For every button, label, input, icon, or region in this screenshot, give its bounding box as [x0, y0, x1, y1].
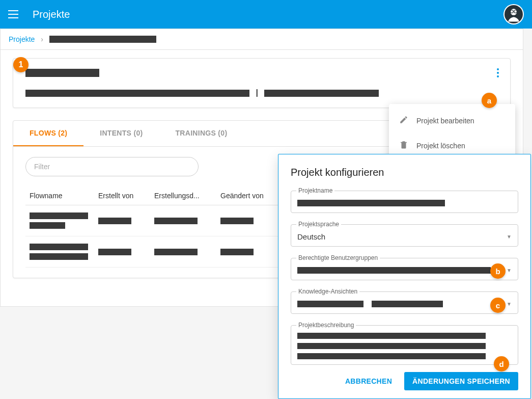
menu-item-edit[interactable]: Projekt bearbeiten: [389, 108, 515, 133]
label-language: Projektsprache: [296, 221, 341, 228]
callout-c: c: [490, 298, 506, 313]
page-title: Projekte: [33, 9, 70, 20]
dialog-title: Projekt konfigurieren: [291, 167, 518, 178]
more-icon[interactable]: [492, 67, 504, 79]
menu-item-delete-label: Projekt löschen: [416, 142, 465, 150]
callout-1: 1: [13, 57, 29, 72]
svg-point-1: [511, 9, 517, 15]
project-menu-popup: Projekt bearbeiten Projekt löschen: [389, 104, 515, 162]
label-usergroups: Berechtigte Benutzergruppen: [296, 254, 380, 261]
callout-b: b: [490, 263, 506, 279]
field-language[interactable]: Projektsprache Deutsch ▼: [291, 224, 518, 247]
project-meta-2: [264, 90, 379, 97]
col-createdby[interactable]: Erstellt von: [94, 187, 150, 205]
meta-separator: |: [256, 88, 258, 97]
value-language: Deutsch: [297, 232, 325, 241]
project-header-card: |: [13, 58, 511, 108]
dropdown-icon: ▼: [507, 234, 512, 240]
dropdown-icon: ▼: [507, 301, 512, 307]
save-button[interactable]: ÄNDERUNGEN SPEICHERN: [404, 372, 518, 390]
cancel-button[interactable]: ABBRECHEN: [339, 372, 398, 390]
tab-trainings[interactable]: TRAININGS (0): [159, 121, 243, 146]
col-createdat[interactable]: Erstellungsd...: [150, 187, 216, 205]
field-usergroups[interactable]: Berechtigte Benutzergruppen ▼: [291, 258, 518, 280]
project-title: [25, 69, 99, 77]
pencil-icon: [399, 115, 408, 126]
label-projectname: Projektname: [296, 187, 334, 194]
label-views: Knowledge-Ansichten: [296, 288, 359, 295]
callout-a: a: [482, 93, 497, 108]
dropdown-icon: ▼: [507, 268, 512, 273]
field-description[interactable]: Projektbeschreibung: [291, 325, 518, 365]
field-projectname[interactable]: Projektname: [291, 191, 518, 213]
avatar[interactable]: [503, 4, 524, 24]
top-bar: Projekte: [0, 0, 532, 29]
breadcrumb-current: [49, 36, 156, 43]
trash-icon: [399, 140, 408, 151]
menu-item-edit-label: Projekt bearbeiten: [416, 117, 474, 125]
menu-icon[interactable]: [8, 8, 20, 20]
breadcrumb: Projekte ›: [1, 29, 523, 50]
tab-intents[interactable]: INTENTS (0): [83, 121, 159, 146]
col-flowname[interactable]: Flowname: [25, 187, 94, 205]
label-description: Projektbeschreibung: [296, 322, 356, 329]
tab-flows[interactable]: FLOWS (2): [13, 121, 83, 146]
callout-d: d: [494, 356, 509, 371]
field-views[interactable]: Knowledge-Ansichten ▼: [291, 291, 518, 314]
breadcrumb-root[interactable]: Projekte: [9, 35, 35, 43]
chevron-right-icon: ›: [41, 35, 43, 43]
project-meta-1: [25, 90, 249, 97]
filter-input[interactable]: [25, 157, 199, 176]
